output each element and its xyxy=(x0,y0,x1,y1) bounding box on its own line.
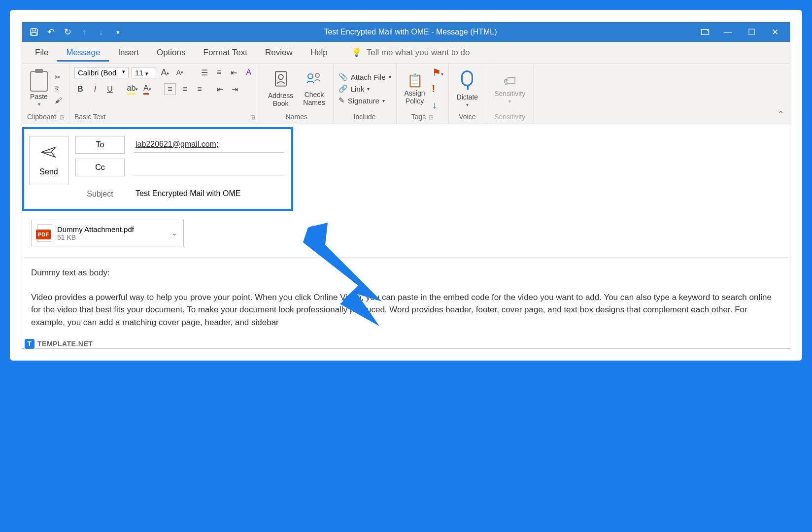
menu-review[interactable]: Review xyxy=(256,44,302,62)
dialog-launcher-icon[interactable]: ◲ xyxy=(429,114,433,120)
undo-icon[interactable]: ↶ xyxy=(46,27,56,37)
decrease-font-icon[interactable]: A▾ xyxy=(174,66,186,78)
attachment-menu-chevron-icon[interactable]: ⌄ xyxy=(171,229,177,237)
menu-insert[interactable]: Insert xyxy=(109,44,148,62)
svg-rect-4 xyxy=(275,71,286,86)
clipboard-icon xyxy=(30,71,48,92)
attach-file-button[interactable]: 📎Attach File ▾ xyxy=(338,72,391,81)
high-importance-icon[interactable]: ! xyxy=(432,83,443,95)
bullets-icon[interactable]: ☰ xyxy=(199,66,210,78)
svg-point-5 xyxy=(278,74,283,79)
sensitivity-icon: 🏷 xyxy=(504,73,516,89)
sensitivity-label: Sensitivity xyxy=(494,90,525,98)
address-book-button[interactable]: Address Book xyxy=(265,69,296,108)
low-importance-icon[interactable]: ↓ xyxy=(432,100,443,111)
indent-decrease-icon[interactable]: ⇤ xyxy=(214,83,226,95)
to-button[interactable]: To xyxy=(75,136,125,154)
collapse-ribbon-icon[interactable]: ⌃ xyxy=(778,109,784,119)
window-title: Test Encrypted Mail with OME - Message (… xyxy=(130,28,691,36)
ribbon-group-include: 📎Attach File ▾ 🔗Link ▾ ✎Signature ▾ Incl… xyxy=(334,64,397,124)
to-field[interactable]: lab220621@gmail.com; xyxy=(134,137,284,153)
close-button[interactable]: ✕ xyxy=(769,27,781,37)
align-center-icon[interactable]: ≡ xyxy=(179,83,191,95)
indent-increase-icon[interactable]: ⇥ xyxy=(229,83,241,95)
save-icon[interactable] xyxy=(29,27,39,37)
clear-formatting-icon[interactable]: A xyxy=(243,66,255,78)
assign-policy-button[interactable]: 📋 Assign Policy xyxy=(402,72,428,106)
ribbon-group-voice: Dictate ▾ Voice xyxy=(449,64,487,124)
outdent-icon[interactable]: ⇤ xyxy=(228,66,240,78)
bold-button[interactable]: B xyxy=(74,83,86,95)
recipients-highlight: Send To lab220621@gmail.com; Cc Subject xyxy=(22,127,293,211)
italic-button[interactable]: I xyxy=(89,83,101,95)
link-button[interactable]: 🔗Link ▾ xyxy=(338,84,391,93)
address-book-label: Address Book xyxy=(268,92,293,107)
svg-rect-1 xyxy=(32,29,36,31)
align-right-icon[interactable]: ≡ xyxy=(194,83,205,95)
copy-icon[interactable]: ⎘ xyxy=(55,85,62,93)
to-recipient: lab220621@gmail.com; xyxy=(135,140,218,148)
highlight-color-button[interactable]: ab ▾ xyxy=(127,83,138,95)
signature-button[interactable]: ✎Signature ▾ xyxy=(338,96,391,105)
names-group-label: Names xyxy=(286,113,307,121)
down-arrow-icon[interactable]: ↓ xyxy=(96,27,106,37)
increase-font-icon[interactable]: A▴ xyxy=(159,66,171,78)
minimize-button[interactable]: — xyxy=(722,27,734,37)
send-label: Send xyxy=(39,167,58,176)
menu-help[interactable]: Help xyxy=(302,44,337,62)
up-arrow-icon[interactable]: ↑ xyxy=(79,27,89,37)
font-color-button[interactable]: A ▾ xyxy=(141,83,153,95)
lightbulb-icon: 💡 xyxy=(351,47,362,58)
ribbon-group-basic-text: Calibri (Bod ▾ 11 ▾ A▴ A▾ ☰ ≡ ⇤ A B I U xyxy=(69,64,260,124)
ribbon-group-sensitivity: 🏷 Sensitivity ▾ Sensitivity xyxy=(486,64,534,124)
menu-options[interactable]: Options xyxy=(148,44,195,62)
format-painter-icon[interactable]: 🖌 xyxy=(55,96,62,104)
send-button[interactable]: Send xyxy=(29,136,68,185)
svg-point-7 xyxy=(315,73,319,77)
tell-me-search[interactable]: 💡 Tell me what you want to do xyxy=(351,47,470,58)
numbering-icon[interactable]: ≡ xyxy=(213,66,225,78)
include-group-label: Include xyxy=(354,113,376,121)
link-icon: 🔗 xyxy=(338,84,348,93)
ribbon-group-tags: 📋 Assign Policy ⚑▾ ! ↓ Tags◲ xyxy=(397,64,449,124)
pdf-file-icon: PDF xyxy=(37,224,52,242)
maximize-button[interactable]: ☐ xyxy=(745,27,757,37)
svg-point-6 xyxy=(308,74,313,79)
follow-up-flag-icon[interactable]: ⚑▾ xyxy=(432,66,443,78)
attachment-size: 51 KB xyxy=(57,233,167,241)
dictate-label: Dictate xyxy=(457,93,478,101)
font-size-select[interactable]: 11 ▾ xyxy=(132,67,156,78)
subject-label: Subject xyxy=(75,190,125,199)
menubar: File Message Insert Options Format Text … xyxy=(22,42,790,64)
svg-rect-2 xyxy=(32,33,36,35)
check-names-button[interactable]: Check Names xyxy=(300,70,328,107)
customize-qat-icon[interactable]: ▾ xyxy=(113,27,123,37)
tell-me-label: Tell me what you want to do xyxy=(367,48,470,58)
titlebar: ↶ ↻ ↑ ↓ ▾ Test Encrypted Mail with OME -… xyxy=(22,22,790,42)
menu-message[interactable]: Message xyxy=(57,44,109,62)
cc-button[interactable]: Cc xyxy=(75,159,125,176)
menu-file[interactable]: File xyxy=(26,44,57,62)
dialog-launcher-icon[interactable]: ◲ xyxy=(250,114,255,120)
paste-button[interactable]: Paste ▾ xyxy=(27,70,51,108)
cc-field[interactable] xyxy=(134,160,284,175)
dictate-button[interactable]: Dictate ▾ xyxy=(454,69,481,108)
signature-icon: ✎ xyxy=(338,96,345,105)
paste-label: Paste xyxy=(30,93,48,100)
ribbon-display-icon[interactable] xyxy=(700,27,710,37)
cut-icon[interactable]: ✂ xyxy=(55,73,62,82)
menu-format-text[interactable]: Format Text xyxy=(195,44,256,62)
assign-policy-label: Assign Policy xyxy=(405,89,425,105)
dialog-launcher-icon[interactable]: ◲ xyxy=(60,114,64,120)
body-paragraph: Video provides a powerful way to help yo… xyxy=(31,291,781,329)
subject-field[interactable]: Test Encrypted Mail with OME xyxy=(134,186,284,202)
brand-logo-icon: T xyxy=(25,339,34,349)
underline-button[interactable]: U xyxy=(104,83,116,95)
message-body[interactable]: Dummy text as body: Video provides a pow… xyxy=(22,257,790,348)
redo-icon[interactable]: ↻ xyxy=(63,27,72,37)
paperclip-icon: 📎 xyxy=(338,72,348,81)
attachment-item[interactable]: PDF Dummy Attachment.pdf 51 KB ⌄ xyxy=(31,220,184,246)
font-family-select[interactable]: Calibri (Bod ▾ xyxy=(74,67,129,78)
align-left-icon[interactable]: ≡ xyxy=(164,83,176,95)
ribbon: Paste ▾ ✂ ⎘ 🖌 Clipboard◲ Calibri (Bod ▾ xyxy=(22,64,790,124)
